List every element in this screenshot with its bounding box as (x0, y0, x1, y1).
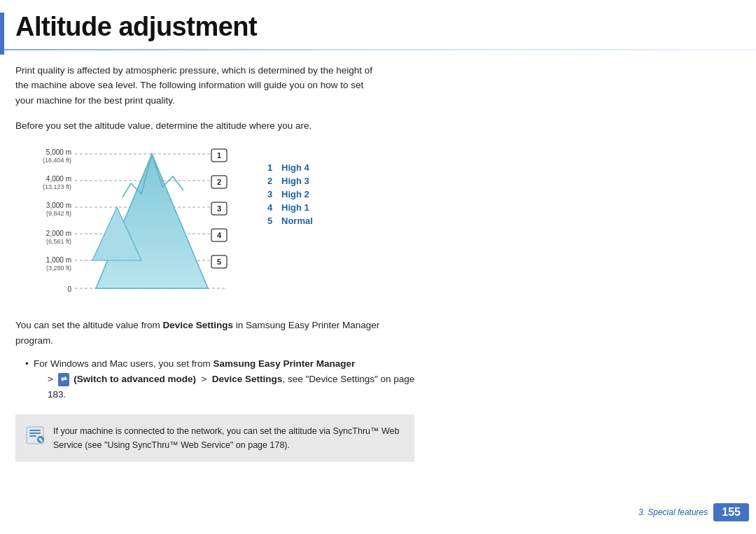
switch-mode-bold: (Switch to advanced mode) (74, 374, 196, 384)
sub-indent: > ⇄ (Switch to advanced mode) > Device S… (34, 372, 417, 403)
svg-text:3: 3 (217, 204, 221, 213)
device-settings-para: You can set the altitude value from Devi… (15, 318, 414, 349)
legend-item-2: 2 High 3 (267, 176, 313, 186)
device-settings-link: Device Settings (212, 374, 283, 384)
accent-bar (0, 13, 4, 55)
bullet-item-1: For Windows and Mac users, you set from … (25, 356, 417, 403)
svg-text:2: 2 (217, 178, 221, 186)
legend-item-4: 4 High 1 (267, 202, 313, 213)
note-text: If your machine is connected to the netw… (53, 424, 402, 452)
alt-label-3000: 3,000 m (9,842 ft) (22, 202, 71, 218)
diagram-section: 5,000 m (16,404 ft) 4,000 m (13,123 ft) … (22, 148, 725, 302)
svg-rect-19 (29, 430, 41, 431)
intro-paragraph2: Before you set the altitude value, deter… (15, 118, 725, 134)
mountain-diagram: 5,000 m (16,404 ft) 4,000 m (13,123 ft) … (22, 148, 239, 302)
note-icon: ✎ (25, 426, 45, 445)
alt-label-2000: 2,000 m (6,561 ft) (22, 230, 71, 246)
svg-text:5: 5 (217, 258, 221, 266)
mountain-svg: 1 2 3 4 5 (75, 148, 239, 299)
legend-item-3: 3 High 2 (267, 189, 313, 199)
alt-label-4000: 4,000 m (13,123 ft) (22, 175, 71, 191)
svg-text:✎: ✎ (38, 437, 43, 444)
footer: 3. Special features 155 (638, 503, 749, 521)
svg-rect-20 (29, 433, 41, 434)
footer-page: 155 (713, 503, 749, 521)
svg-text:4: 4 (217, 231, 222, 239)
samsung-easy-bold: Samsung Easy Printer Manager (214, 358, 356, 369)
alt-label-0: 0 (22, 286, 71, 294)
legend-item-5: 5 Normal (267, 216, 313, 226)
page-title: Altitude adjustment (15, 13, 756, 42)
svg-rect-21 (29, 435, 36, 437)
switch-mode-icon: ⇄ (58, 373, 69, 386)
alt-label-1000: 1,000 m (3,280 ft) (22, 256, 71, 272)
bullet-list: For Windows and Mac users, you set from … (25, 356, 725, 403)
alt-label-5000: 5,000 m (16,404 ft) (22, 148, 71, 164)
legend: 1 High 4 2 High 3 3 High 2 4 High 1 5 No… (267, 148, 313, 229)
note-box: ✎ If your machine is connected to the ne… (15, 414, 414, 462)
intro-paragraph1: Print quality is affected by atmospheric… (15, 63, 379, 108)
device-settings-bold: Device Settings (162, 320, 233, 330)
legend-item-1: 1 High 4 (267, 162, 313, 173)
altitude-labels: 5,000 m (16,404 ft) 4,000 m (13,123 ft) … (22, 148, 75, 302)
svg-text:1: 1 (217, 151, 221, 160)
footer-chapter: 3. Special features (638, 507, 708, 517)
